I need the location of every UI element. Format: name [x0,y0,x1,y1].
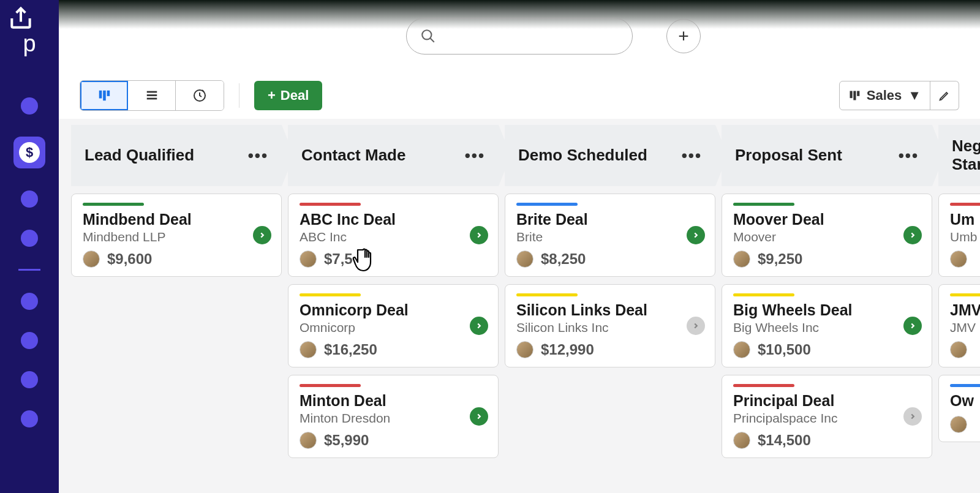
owner-avatar[interactable] [83,250,100,268]
list-icon [145,89,159,102]
dollar-icon: $ [19,142,40,163]
card-footer [950,416,980,433]
deal-org: Moover [733,230,921,244]
deal-value: $12,990 [541,341,594,358]
nav-divider [18,269,40,271]
deal-card[interactable]: ABC Inc DealABC Inc$7,5 [288,194,499,277]
column-menu-button[interactable]: ••• [899,146,919,165]
column-menu-button[interactable]: ••• [248,146,268,165]
column-header[interactable]: Lead Qualified••• [71,125,282,186]
advance-deal-button[interactable] [687,226,705,244]
advance-deal-button[interactable] [253,226,271,244]
advance-deal-button[interactable] [470,407,488,426]
deal-title: ABC Inc Deal [300,211,487,228]
owner-avatar[interactable] [950,416,967,433]
deal-value: $7,5 [324,250,353,268]
deal-card[interactable]: Minton DealMinton Dresdon$5,990 [288,375,499,458]
deal-card[interactable]: Brite DealBrite$8,250 [505,194,715,277]
top-bar: + [59,0,980,72]
nav-item[interactable] [21,97,38,115]
view-switcher [80,80,224,111]
deal-card[interactable]: Moover DealMoover$9,250 [722,194,932,277]
svg-rect-9 [850,91,852,99]
column-header[interactable]: Demo Scheduled••• [505,125,715,186]
advance-deal-button[interactable] [903,226,922,244]
kanban-column: Lead Qualified•••Mindbend DealMindbend L… [71,125,282,487]
svg-rect-5 [146,91,157,93]
nav-item[interactable] [21,230,38,247]
svg-rect-7 [146,98,157,100]
column-header[interactable]: Proposal Sent••• [722,125,932,186]
deal-card[interactable]: JMVJMV [938,284,980,367]
owner-avatar[interactable] [516,250,533,268]
owner-avatar[interactable] [733,341,750,358]
column-header[interactable]: Negotiations Started••• [938,125,980,186]
advance-deal-button[interactable] [687,317,705,335]
edit-pipeline-button[interactable] [930,81,959,110]
svg-point-0 [422,30,431,39]
advance-deal-button[interactable] [470,317,488,335]
card-footer: $10,500 [733,341,921,358]
share-icon[interactable] [7,5,34,34]
svg-rect-6 [146,94,157,96]
chevron-right-icon [692,231,700,239]
advance-deal-button[interactable] [903,317,922,335]
owner-avatar[interactable] [300,432,317,449]
chevron-right-icon [258,231,266,239]
owner-avatar[interactable] [950,341,967,358]
nav-item[interactable] [21,293,38,310]
nav-item[interactable] [21,410,38,427]
deal-card[interactable]: Big Wheels DealBig Wheels Inc$10,500 [722,284,932,367]
svg-rect-2 [99,91,102,99]
nav-item[interactable] [21,332,38,349]
view-forecast-button[interactable] [176,81,224,110]
view-kanban-button[interactable] [80,81,128,110]
column-menu-button[interactable]: ••• [465,146,485,165]
view-list-button[interactable] [128,81,176,110]
pipeline-select[interactable]: Sales ▼ [839,81,930,110]
status-indicator [950,203,980,206]
chevron-right-icon [475,322,483,330]
new-deal-button[interactable]: + Deal [254,81,322,110]
search-input[interactable] [406,18,633,55]
owner-avatar[interactable] [516,341,533,358]
deal-card[interactable]: Principal DealPrincipalspace Inc$14,500 [722,375,932,458]
status-indicator [733,384,794,387]
deal-org: Silicon Links Inc [516,320,704,335]
card-footer: $12,990 [516,341,704,358]
card-footer: $16,250 [300,341,487,358]
advance-deal-button[interactable] [470,226,488,244]
deal-org: Umb [950,230,980,244]
owner-avatar[interactable] [950,250,967,268]
deal-card[interactable]: Mindbend DealMindbend LLP$9,600 [71,194,282,277]
owner-avatar[interactable] [300,341,317,358]
deal-org: Brite [516,230,704,244]
chevron-right-icon [908,322,917,330]
deal-org: ABC Inc [300,230,487,244]
chevron-right-icon [908,231,917,239]
toolbar: + Deal Sales ▼ [59,72,980,119]
owner-avatar[interactable] [733,432,750,449]
column-menu-button[interactable]: ••• [682,146,702,165]
card-footer: $5,990 [300,432,487,449]
nav-item-deals[interactable]: $ [13,137,45,168]
deal-card[interactable]: UmUmb [938,194,980,277]
advance-deal-button[interactable] [903,407,922,426]
deal-title: Ow [950,392,980,410]
column-header[interactable]: Contact Made••• [288,125,499,186]
deal-card[interactable]: Silicon Links DealSilicon Links Inc$12,9… [505,284,715,367]
chevron-right-icon [908,412,917,421]
owner-avatar[interactable] [300,250,317,268]
kanban-column: Demo Scheduled•••Brite DealBrite$8,250Si… [505,125,715,487]
column-title: Lead Qualified [85,146,194,165]
nav-item[interactable] [21,371,38,388]
column-title: Contact Made [301,146,405,165]
owner-avatar[interactable] [733,250,750,268]
deal-value: $14,500 [758,432,811,449]
deal-value: $8,250 [541,250,586,268]
deal-card[interactable]: Omnicorp DealOmnicorp$16,250 [288,284,499,367]
global-add-button[interactable]: + [666,19,701,53]
kanban-icon [848,89,861,102]
deal-card[interactable]: Ow [938,375,980,442]
nav-item[interactable] [21,190,38,208]
